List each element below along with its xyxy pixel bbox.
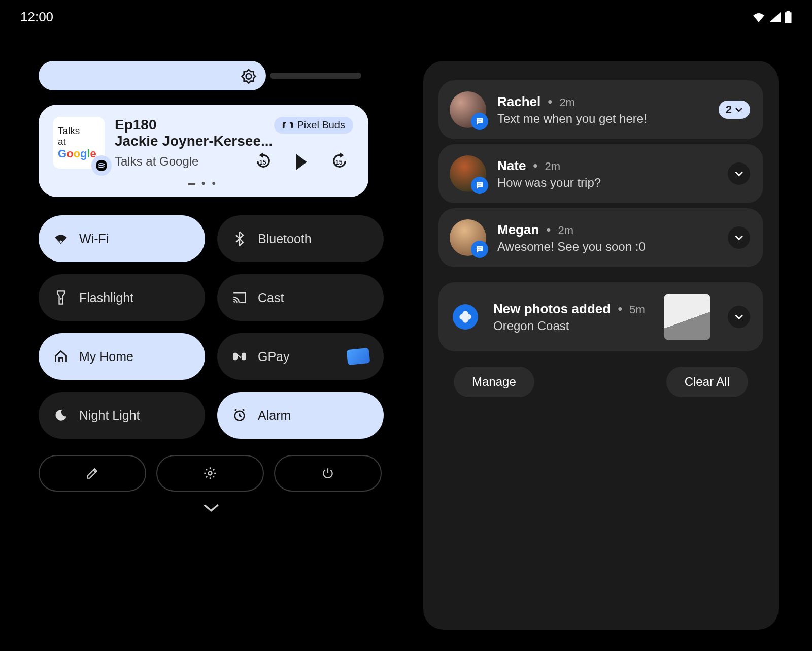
manage-button[interactable]: Manage	[454, 367, 534, 397]
rewind-15-button[interactable]: 15	[255, 152, 272, 172]
spotify-icon	[91, 155, 112, 176]
expand-button[interactable]	[728, 306, 750, 328]
wifi-icon	[54, 233, 68, 244]
tile-label: Bluetooth	[258, 232, 312, 246]
alarm-icon	[232, 408, 247, 422]
tile-gpay[interactable]: GPay	[217, 333, 384, 380]
expand-button[interactable]	[728, 162, 750, 185]
gpay-icon	[232, 351, 247, 362]
media-output-chip[interactable]: Pixel Buds	[274, 117, 354, 134]
tile-label: Cast	[258, 290, 284, 305]
edit-button[interactable]	[39, 455, 146, 492]
notif-time: 2m	[558, 224, 573, 237]
clear-all-button[interactable]: Clear All	[666, 367, 748, 397]
notif-count-expand[interactable]: 2	[719, 101, 750, 119]
quick-settings-panel: Talks at Google Ep180 Jackie Joyner-Kers…	[39, 61, 384, 630]
power-icon	[321, 467, 334, 480]
earbuds-icon	[282, 121, 293, 130]
media-source: Talks at Google	[115, 154, 198, 169]
tile-cast[interactable]: Cast	[217, 274, 384, 321]
wifi-icon	[752, 12, 765, 22]
avatar	[450, 91, 486, 128]
media-pager-dots[interactable]: ▬ ● ●	[53, 179, 353, 187]
flashlight-icon	[54, 290, 68, 305]
notif-title: New photos added	[493, 301, 611, 317]
tile-label: GPay	[258, 349, 290, 364]
google-logo-text: Google	[58, 147, 96, 160]
photo-thumbnail	[664, 294, 710, 340]
collapse-handle[interactable]	[39, 503, 384, 515]
rewind-label: 15	[259, 159, 266, 166]
expand-button[interactable]	[728, 226, 750, 249]
tile-label: Wi-Fi	[79, 232, 109, 246]
tile-label: Alarm	[258, 408, 291, 423]
signal-icon	[769, 12, 781, 22]
tile-alarm[interactable]: Alarm	[217, 392, 384, 439]
notif-body: Awesome! See you soon :0	[497, 240, 717, 254]
brightness-fill	[39, 61, 266, 90]
chevron-down-icon	[734, 314, 743, 320]
tile-label: Flashlight	[79, 290, 133, 305]
messages-icon	[471, 177, 488, 194]
pencil-icon	[86, 467, 99, 480]
brightness-track	[270, 73, 361, 79]
output-device-label: Pixel Buds	[297, 119, 346, 131]
tile-flashlight[interactable]: Flashlight	[39, 274, 205, 321]
notification-photos[interactable]: New photos added • 5m Oregon Coast	[438, 282, 763, 351]
media-subtitle: Jackie Joyner-Kersee...	[115, 133, 273, 149]
tile-bluetooth[interactable]: Bluetooth	[217, 215, 384, 262]
qs-footer	[39, 455, 384, 492]
gpay-card-thumb	[347, 348, 370, 365]
notif-sender: Nate	[497, 158, 526, 174]
art-text-1: Talks	[58, 125, 80, 137]
settings-button[interactable]	[156, 455, 264, 492]
svg-point-2	[60, 241, 62, 243]
clock-time: 12:00	[20, 9, 53, 25]
brightness-icon	[241, 68, 257, 84]
home-icon	[54, 350, 68, 363]
tile-wifi[interactable]: Wi-Fi	[39, 215, 205, 262]
avatar	[450, 155, 486, 192]
notification-rachel[interactable]: Rachel • 2m Text me when you get here! 2	[438, 80, 763, 139]
forward-label: 15	[335, 159, 342, 166]
tile-nightlight[interactable]: Night Light	[39, 392, 205, 439]
chevron-down-icon	[735, 107, 743, 112]
avatar	[450, 219, 486, 256]
media-title: Ep180	[115, 117, 273, 133]
svg-point-3	[60, 298, 61, 300]
chevron-down-icon	[734, 171, 743, 177]
chevron-down-icon	[202, 503, 220, 513]
notif-sender: Rachel	[497, 94, 540, 110]
media-player-card[interactable]: Talks at Google Ep180 Jackie Joyner-Kers…	[39, 105, 368, 197]
tile-myhome[interactable]: My Home	[39, 333, 205, 380]
tile-label: Night Light	[79, 408, 140, 423]
notification-megan[interactable]: Megan • 2m Awesome! See you soon :0	[438, 208, 763, 267]
svg-point-0	[246, 74, 252, 79]
notif-time: 2m	[545, 160, 560, 173]
art-text-2: at	[58, 136, 66, 147]
power-button[interactable]	[274, 455, 382, 492]
bluetooth-icon	[232, 231, 247, 246]
notif-sender: Megan	[497, 222, 539, 238]
brightness-slider[interactable]	[39, 61, 363, 90]
tile-label: My Home	[79, 349, 133, 364]
notif-time: 2m	[559, 96, 575, 109]
cast-icon	[232, 291, 247, 304]
notification-nate[interactable]: Nate • 2m How was your trip?	[438, 144, 763, 203]
photos-app-icon	[453, 304, 478, 330]
gear-icon	[203, 466, 217, 480]
notif-body: Oregon Coast	[493, 319, 653, 333]
moon-icon	[54, 409, 68, 422]
messages-icon	[471, 113, 488, 130]
play-button[interactable]	[294, 154, 309, 170]
forward-15-button[interactable]: 15	[331, 152, 348, 172]
svg-point-5	[209, 472, 212, 475]
battery-icon	[785, 11, 792, 23]
notif-body: Text me when you get here!	[497, 112, 707, 126]
status-icons	[752, 11, 792, 23]
notification-actions: Manage Clear All	[438, 356, 763, 397]
media-album-art: Talks at Google	[53, 117, 105, 169]
messages-icon	[471, 241, 488, 258]
notif-count: 2	[726, 103, 732, 116]
qs-tiles-grid: Wi-Fi Bluetooth Flashlight Cast My Home …	[39, 215, 384, 439]
